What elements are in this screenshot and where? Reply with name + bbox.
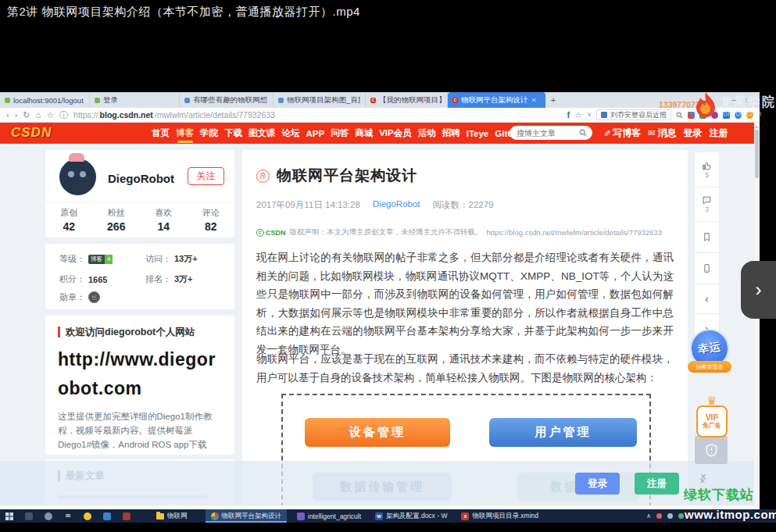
copyright-line: C CSDN 版权声明：本文为博主原创文章，未经博主允许不得转载。 https:…	[256, 227, 662, 237]
tab-login[interactable]: 登录	[90, 92, 180, 108]
video-player: 第2讲 物联网项目架构介绍（本节不加密，普通播放器打开）.mp4 localho…	[0, 0, 776, 532]
playlist-flyout-handle[interactable]: ›	[741, 261, 776, 319]
nav-item-forum[interactable]: 论坛	[281, 123, 301, 144]
tray-app-icon[interactable]	[656, 513, 662, 519]
comment-button[interactable]: 3	[694, 187, 720, 222]
mail-icon[interactable]: ✉	[64, 512, 72, 520]
tray-app-icon[interactable]	[678, 513, 684, 519]
like-button[interactable]: 5	[694, 152, 720, 187]
scroll-up-icon[interactable]: ▴	[754, 123, 760, 129]
taskbar-app-icon[interactable]	[84, 512, 91, 520]
ad-shield-button[interactable]	[695, 436, 728, 464]
nav-item-blog[interactable]: 博客	[175, 123, 195, 144]
nav-item-mall[interactable]: 商城	[354, 123, 374, 144]
nav-register-button[interactable]: 注册	[709, 127, 728, 140]
tab-my-iot-project[interactable]: C 【我的物联网项目】第	[366, 92, 448, 108]
login-prompt-overlay: 登录 注册 ×	[0, 461, 754, 505]
search-icon[interactable]	[579, 129, 587, 137]
article-action-rail: 5 3 ‹ ›	[694, 152, 720, 344]
image-icon	[601, 112, 607, 118]
roncoo-flame-logo	[691, 91, 719, 122]
network-icon[interactable]	[667, 513, 673, 519]
tab-close-icon[interactable]: ×	[532, 96, 536, 104]
points-row: 积分： 1665	[59, 273, 107, 285]
taskbar-app-icon[interactable]	[123, 512, 131, 520]
share-icon[interactable]: f	[567, 111, 570, 120]
app-icon	[297, 512, 305, 520]
taskbar-item-agriculture[interactable]: intelligent_agricult	[291, 509, 367, 523]
new-tab-button[interactable]: +	[545, 92, 561, 108]
username[interactable]: DiegoRobot	[108, 172, 174, 185]
overlay-register-button[interactable]: 注册	[635, 473, 679, 495]
nav-item-qa[interactable]: 问答	[330, 123, 349, 144]
copyright-url: https://blog.csdn.net/mwlwlm/article/det…	[487, 228, 662, 237]
taskbar-item-xmind[interactable]: X 物联网项目目录.xmind	[456, 509, 544, 523]
address-bar: ‹ › ↻ ⌂ ☆ ⓘ https://blog.csdn.net/mwlwlm…	[0, 108, 760, 123]
favorite-star-icon[interactable]: ☆	[46, 111, 54, 120]
mobile-view-button[interactable]	[694, 253, 720, 284]
site-info-icon[interactable]: ⓘ	[59, 111, 68, 120]
bookmark-button[interactable]	[694, 222, 720, 253]
page-content: DiegoRobot 关注 原创 42 粉丝 266 喜欢 14	[0, 144, 754, 509]
profile-card: DiegoRobot 关注 原创 42 粉丝 266 喜欢 14	[45, 150, 234, 237]
refresh-icon[interactable]: ↻	[23, 111, 30, 120]
taskbar-item-browser-active[interactable]: 物联网平台架构设计	[206, 509, 288, 523]
video-title: 第2讲 物联网项目架构介绍（本节不加密，普通播放器打开）.mp4	[7, 5, 360, 20]
tray-expand-icon[interactable]: ∧	[646, 512, 651, 520]
search-icon[interactable]	[676, 112, 683, 119]
start-button[interactable]	[5, 512, 13, 520]
nav-actions: ✎ 写博客 ✉ 消息 登录 注册	[603, 123, 728, 144]
back-icon[interactable]: ‹	[6, 111, 9, 120]
quick-search-box[interactable]: 刘乔安整容后近照	[596, 109, 671, 120]
follow-button[interactable]: 关注	[188, 167, 224, 185]
nav-item-activity[interactable]: 活动	[417, 123, 437, 144]
nav-item-download[interactable]: 下载	[224, 123, 243, 144]
csdn-copyright-logo: C CSDN	[256, 229, 286, 237]
tab-iot-diagram[interactable]: 物联网项目架构图_百度	[274, 92, 366, 108]
taskbar-item-folder[interactable]: 物联网	[151, 509, 193, 523]
home-icon[interactable]: ⌂	[36, 111, 41, 120]
taskbar-app-icon[interactable]	[25, 512, 33, 520]
article-author-link[interactable]: DiegoRobot	[373, 199, 420, 211]
vip-no-ads-badge[interactable]: ♛ VIP 免广告	[696, 397, 728, 437]
bookmark-star-icon[interactable]: ☆	[574, 111, 582, 120]
article-title: 物联网平台架构设计	[277, 166, 417, 186]
nav-item-academy[interactable]: 学院	[199, 123, 219, 144]
url-field[interactable]: https://blog.csdn.net/mwlwlm/article/det…	[73, 110, 275, 120]
taskbar: ✉ 物联网 物联网平台架构设计 intelligent_agricult W 架…	[0, 509, 776, 523]
lucky-draw-badge[interactable]: 幸运 抽奖拿现金	[688, 329, 731, 377]
taskbar-item-word-doc[interactable]: W 架构及配置.docx - W	[370, 509, 452, 523]
website-link[interactable]: http://www.diegorobot.com	[58, 345, 225, 403]
nav-item-jobs[interactable]: 招聘	[442, 123, 461, 144]
tab-favicon-csdn: C	[452, 98, 458, 103]
nav-item-iteye[interactable]: ITeye	[466, 124, 490, 143]
folder-icon[interactable]	[103, 512, 111, 520]
nav-item-home[interactable]: 首页	[151, 123, 170, 144]
badge-close-icon[interactable]: ×	[700, 470, 706, 483]
tab-localhost[interactable]: localhost:9001/logout	[0, 92, 90, 108]
mobile-icon	[702, 263, 712, 273]
nav-login-button[interactable]: 登录	[683, 127, 702, 140]
taskbar-app-icon[interactable]	[45, 512, 52, 520]
dropdown-icon[interactable]: ∨	[587, 112, 592, 118]
search-input[interactable]	[515, 128, 577, 138]
blog-search-box[interactable]	[510, 126, 592, 140]
tab-active-architecture[interactable]: C 物联网平台架构设计 ×	[448, 92, 545, 108]
diagram-device-management: 设备管理	[305, 418, 450, 447]
bookmark-icon	[702, 232, 712, 242]
write-blog-button[interactable]: ✎ 写博客	[603, 127, 641, 140]
scrollbar-thumb[interactable]	[755, 130, 759, 178]
tab-favicon	[95, 98, 100, 103]
medal-icon[interactable]: 恒	[88, 291, 100, 303]
messages-button[interactable]: ✉ 消息	[648, 127, 676, 140]
tab-iot-ideas[interactable]: 有哪些有趣的物联网想	[180, 92, 274, 108]
nav-item-vip[interactable]: VIP会员	[378, 123, 413, 144]
avatar[interactable]	[59, 159, 96, 195]
forward-icon[interactable]: ›	[15, 111, 18, 120]
overlay-login-button[interactable]: 登录	[575, 473, 620, 495]
nav-item-course[interactable]: 图文课	[248, 123, 277, 144]
lucky-badge-ribbon: 抽奖拿现金	[688, 361, 731, 373]
prev-article-button[interactable]: ‹	[694, 284, 720, 314]
csdn-logo[interactable]: CSDN	[11, 125, 52, 141]
nav-item-app[interactable]: APP	[306, 124, 326, 143]
